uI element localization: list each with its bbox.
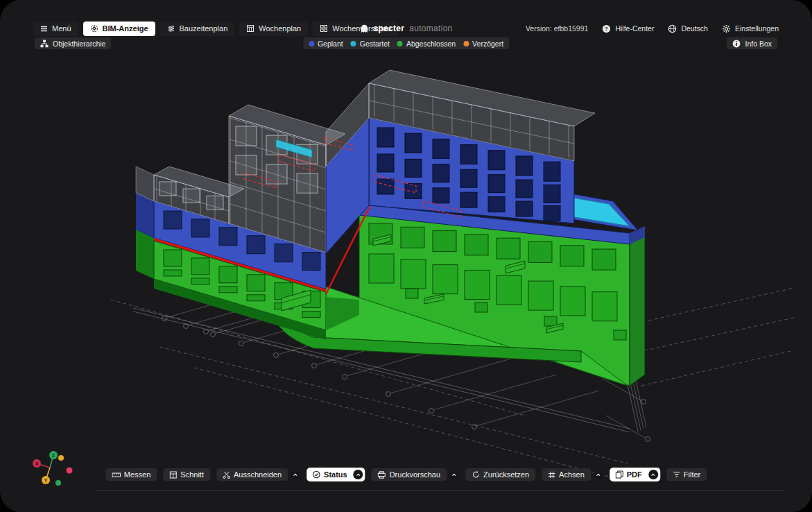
tab-bim-anzeige[interactable]: BIM-Anzeige xyxy=(83,22,155,36)
layers-icon xyxy=(167,24,175,33)
chevron-up-icon xyxy=(451,472,458,478)
nav-label: Wochenplan xyxy=(259,24,301,33)
table-icon xyxy=(246,24,254,33)
section-icon xyxy=(169,471,177,479)
grid-icon xyxy=(320,24,328,33)
nav-label: Menü xyxy=(52,24,71,33)
legend-item-verzoegert: Verzögert xyxy=(463,40,503,48)
messen-button[interactable]: Messen xyxy=(105,468,157,481)
version-label: Version: efbb15991 xyxy=(526,24,589,33)
viewer-toolbar: Messen Schnitt Ausschneiden xyxy=(105,468,707,481)
pdf-group: PDF xyxy=(610,468,660,481)
status-expand-button[interactable] xyxy=(354,470,363,479)
printer-icon xyxy=(378,471,386,479)
reset-icon xyxy=(472,470,480,479)
geplant-dot xyxy=(309,41,314,46)
globe-icon xyxy=(668,24,677,33)
tab-wochenplan[interactable]: Wochenplan xyxy=(239,22,308,36)
svg-text:?: ? xyxy=(605,26,608,32)
chevron-up-icon xyxy=(355,472,361,478)
info-box-button[interactable]: Info Box xyxy=(727,37,777,49)
bim-viewport[interactable] xyxy=(0,0,812,512)
gizmo-dot[interactable] xyxy=(58,455,64,461)
axes-grid-icon xyxy=(548,471,555,479)
gizmo-z-label: Z xyxy=(52,453,55,458)
legend-item-gestartet: Gestartet xyxy=(351,40,390,48)
legend-item-geplant: Geplant xyxy=(309,40,343,48)
settings-button[interactable]: Einstellungen xyxy=(722,24,779,33)
druckvorschau-button[interactable]: Druckvorschau xyxy=(372,468,447,481)
ausschneiden-button[interactable]: Ausschneiden xyxy=(216,468,288,481)
achsen-expand-button[interactable] xyxy=(594,470,603,479)
status-button[interactable]: Status xyxy=(306,470,351,479)
status-group: Status xyxy=(306,468,365,481)
info-icon xyxy=(732,40,741,48)
gestartet-dot xyxy=(351,41,356,46)
left-tower[interactable] xyxy=(136,83,370,340)
scissors-icon xyxy=(223,471,230,479)
legend-item-abgeschlossen: Abgeschlossen xyxy=(397,40,456,48)
druckvorschau-group: Druckvorschau xyxy=(372,468,459,481)
status-legend: Geplant Gestartet Abgeschlossen Verzöger… xyxy=(303,37,509,49)
hierarchy-icon xyxy=(40,40,49,48)
menu-button[interactable]: Menü xyxy=(33,22,78,36)
gizmo-dot[interactable] xyxy=(55,480,61,486)
nav-label: BIM-Anzeige xyxy=(103,24,148,33)
bim-gear-icon xyxy=(90,24,98,33)
gizmo-dot[interactable] xyxy=(67,468,73,474)
top-right-group: Version: efbb15991 ? Hilfe-Center Deutsc… xyxy=(526,24,779,33)
pdf-expand-button[interactable] xyxy=(648,470,658,479)
chevron-up-icon xyxy=(650,472,656,478)
brand-suffix: automation xyxy=(409,24,452,33)
zuruecksetzen-button[interactable]: Zurücksetzen xyxy=(465,468,535,481)
check-circle-icon xyxy=(312,470,320,479)
gear-icon xyxy=(722,24,731,33)
gizmo-x-label: X xyxy=(35,461,39,466)
planned-block[interactable] xyxy=(369,70,595,223)
menu-icon xyxy=(40,25,48,33)
abgeschlossen-dot xyxy=(397,41,403,46)
achsen-button[interactable]: Achsen xyxy=(542,468,591,481)
ausschneiden-expand-button[interactable] xyxy=(291,470,300,479)
app-window: Menü BIM-Anzeige Bauzeitenplan Wochenpla… xyxy=(0,0,812,512)
druckvorschau-expand-button[interactable] xyxy=(449,470,459,479)
main-nav: Menü BIM-Anzeige Bauzeitenplan Wochenpla… xyxy=(33,22,398,36)
object-hierarchy-button[interactable]: Objekthierarchie xyxy=(35,37,111,49)
tab-bauzeitenplan[interactable]: Bauzeitenplan xyxy=(160,22,235,36)
verzoegert-dot xyxy=(463,41,469,46)
chevron-up-icon xyxy=(595,472,601,478)
schnitt-button[interactable]: Schnitt xyxy=(163,468,210,481)
nav-label: Bauzeitenplan xyxy=(180,24,228,33)
top-bar: Menü BIM-Anzeige Bauzeitenplan Wochenpla… xyxy=(33,21,779,36)
brand-name: specter xyxy=(373,24,404,33)
ausschneiden-group: Ausschneiden xyxy=(216,468,300,481)
chevron-up-icon xyxy=(293,472,299,478)
ghost-icon xyxy=(359,24,368,33)
gizmo-y-label: Y xyxy=(44,478,48,483)
language-button[interactable]: Deutsch xyxy=(668,24,708,33)
filter-icon xyxy=(673,471,680,478)
ruler-icon xyxy=(112,471,121,479)
brand-logo: specter automation xyxy=(359,21,452,36)
help-center-button[interactable]: ? Hilfe-Center xyxy=(602,24,654,33)
filter-button[interactable]: Filter xyxy=(666,468,707,481)
help-icon: ? xyxy=(602,24,611,33)
pdf-icon xyxy=(615,470,623,479)
achsen-group: Achsen xyxy=(542,468,603,481)
axis-gizmo[interactable]: X Z Y xyxy=(28,447,83,491)
pdf-button[interactable]: PDF xyxy=(610,470,646,479)
